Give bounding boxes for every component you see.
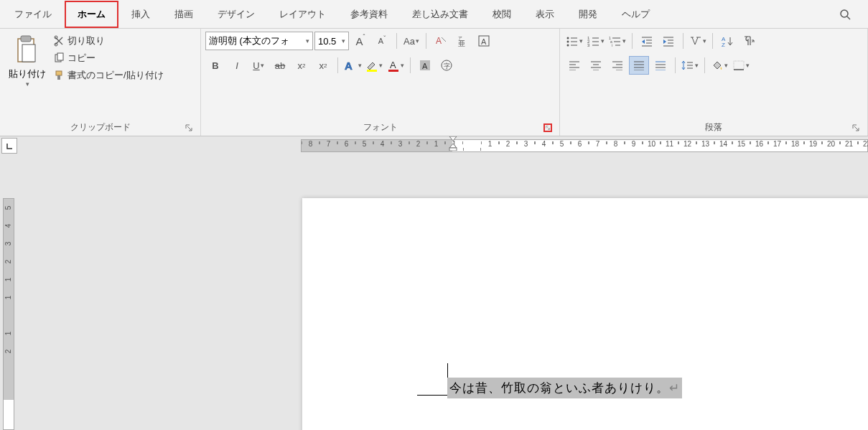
bullets-icon	[566, 35, 579, 47]
svg-text:i: i	[612, 43, 612, 47]
tab-references[interactable]: 参考資料	[339, 2, 399, 27]
ribbon: 貼り付け ▾ 切り取り コピー 書式のコピー/貼り付け クリップボード	[0, 29, 868, 136]
svg-text:3: 3	[587, 43, 590, 47]
tab-stop-icon	[5, 141, 14, 150]
tab-stop-selector[interactable]	[1, 138, 17, 154]
chevron-down-icon[interactable]: ▾	[26, 80, 29, 88]
align-left-button[interactable]	[564, 56, 584, 75]
line-spacing-button[interactable]: ▾	[680, 56, 700, 75]
paste-label: 貼り付け	[9, 67, 46, 80]
highlight-button[interactable]: ▾	[364, 56, 384, 75]
svg-rect-10	[57, 75, 60, 80]
font-group-label: フォント	[205, 119, 555, 136]
indent-icon	[662, 35, 675, 47]
change-case-button[interactable]: Aa▾	[401, 32, 421, 50]
ruler-area: 8765432111234567891011121314151617181920…	[0, 136, 868, 155]
font-color-icon: A	[387, 59, 400, 72]
svg-text:A: A	[422, 62, 428, 70]
justify-button[interactable]	[629, 56, 649, 75]
align-right-icon	[612, 60, 623, 70]
phonetic-guide-button[interactable]: ア亜	[452, 32, 472, 50]
horizontal-ruler[interactable]: 8765432111234567891011121314151617181920…	[301, 139, 868, 152]
svg-point-0	[841, 10, 848, 17]
font-name-combo[interactable]: 游明朝 (本文のフォ ▾	[205, 32, 313, 50]
multilevel-list-button[interactable]: 1ai▾	[607, 32, 627, 50]
justify-icon	[633, 60, 645, 70]
clipboard-group-label: クリップボード	[4, 119, 196, 136]
align-right-button[interactable]	[607, 56, 627, 75]
indent-marker[interactable]	[448, 136, 458, 151]
clear-formatting-button[interactable]: A	[431, 32, 451, 50]
subscript-button[interactable]: x2	[291, 56, 312, 75]
pilcrow-icon	[742, 35, 755, 47]
sort-button[interactable]: AZ	[717, 32, 737, 50]
tab-insert[interactable]: 挿入	[120, 2, 162, 27]
strikethrough-button[interactable]: ab	[270, 56, 290, 75]
decrease-indent-button[interactable]	[637, 32, 657, 50]
font-launcher[interactable]	[543, 123, 552, 132]
tab-view[interactable]: 表示	[524, 2, 566, 27]
show-marks-button[interactable]	[739, 32, 759, 50]
tab-draw[interactable]: 描画	[163, 2, 205, 27]
distribute-button[interactable]	[650, 56, 671, 75]
text-effects-button[interactable]: A▾	[342, 56, 363, 75]
paste-button[interactable]: 貼り付け ▾	[4, 32, 50, 90]
clipboard-launcher[interactable]	[185, 123, 193, 132]
vertical-ruler[interactable]: 54321112	[3, 198, 14, 430]
copy-label: コピー	[67, 52, 95, 65]
format-painter-button[interactable]: 書式のコピー/貼り付け	[53, 69, 164, 82]
char-border-icon: A	[477, 34, 490, 47]
svg-rect-17	[367, 70, 377, 72]
tab-help[interactable]: ヘルプ	[610, 2, 661, 27]
page[interactable]: 今は昔、竹取の翁といふ者ありけり。↵	[302, 198, 868, 430]
svg-text:Z: Z	[722, 42, 725, 47]
line-spacing-icon	[681, 60, 694, 71]
tab-developer[interactable]: 開発	[567, 2, 609, 27]
selected-text[interactable]: 今は昔、竹取の翁といふ者ありけり。↵	[447, 378, 682, 398]
increase-indent-button[interactable]	[658, 32, 678, 50]
svg-point-28	[567, 45, 569, 47]
font-size-combo[interactable]: 10.5 ▾	[314, 32, 349, 50]
bullets-button[interactable]: ▾	[564, 32, 584, 50]
increase-font-button[interactable]: Aˆ	[350, 32, 370, 50]
search-icon	[839, 9, 851, 20]
paint-bucket-icon	[711, 60, 724, 71]
svg-rect-4	[22, 45, 35, 62]
numbering-button[interactable]: 123▾	[586, 32, 606, 50]
character-border-button[interactable]: A	[474, 32, 494, 50]
superscript-button[interactable]: x2	[313, 56, 333, 75]
tab-home[interactable]: ホーム	[65, 1, 118, 28]
align-center-button[interactable]	[586, 56, 606, 75]
tab-review[interactable]: 校閲	[481, 2, 523, 27]
underline-button[interactable]: U▾	[248, 56, 269, 75]
outdent-icon	[640, 35, 653, 47]
svg-point-26	[567, 41, 569, 43]
svg-text:字: 字	[444, 62, 450, 70]
tab-mailings[interactable]: 差し込み文書	[401, 2, 480, 27]
sort-icon: AZ	[721, 35, 734, 47]
copy-button[interactable]: コピー	[53, 52, 164, 65]
svg-text:A: A	[436, 36, 442, 46]
cut-button[interactable]: 切り取り	[53, 34, 164, 47]
brush-icon	[53, 70, 65, 81]
borders-icon	[732, 60, 745, 71]
search-button[interactable]	[825, 9, 865, 20]
decrease-font-button[interactable]: Aˇ	[372, 32, 392, 50]
italic-button[interactable]: I	[227, 56, 247, 75]
svg-rect-3	[21, 36, 31, 42]
svg-rect-8	[57, 53, 63, 60]
character-shading-button[interactable]: A	[415, 56, 435, 75]
tab-design[interactable]: デザイン	[206, 2, 266, 27]
tab-file[interactable]: ファイル	[3, 2, 63, 27]
font-color-button[interactable]: A▾	[386, 56, 406, 75]
borders-button[interactable]: ▾	[731, 56, 751, 75]
paragraph-launcher[interactable]	[851, 123, 860, 132]
asian-layout-button[interactable]: ▾	[688, 32, 708, 50]
text-cursor-base	[417, 395, 447, 396]
enclose-characters-button[interactable]: 字	[437, 56, 457, 75]
shading-button[interactable]: ▾	[709, 56, 729, 75]
tab-layout[interactable]: レイアウト	[268, 2, 337, 27]
bold-button[interactable]: B	[205, 56, 225, 75]
document-area: 54321112 今は昔、竹取の翁といふ者ありけり。↵	[0, 155, 868, 430]
multilevel-icon: 1ai	[609, 35, 622, 47]
